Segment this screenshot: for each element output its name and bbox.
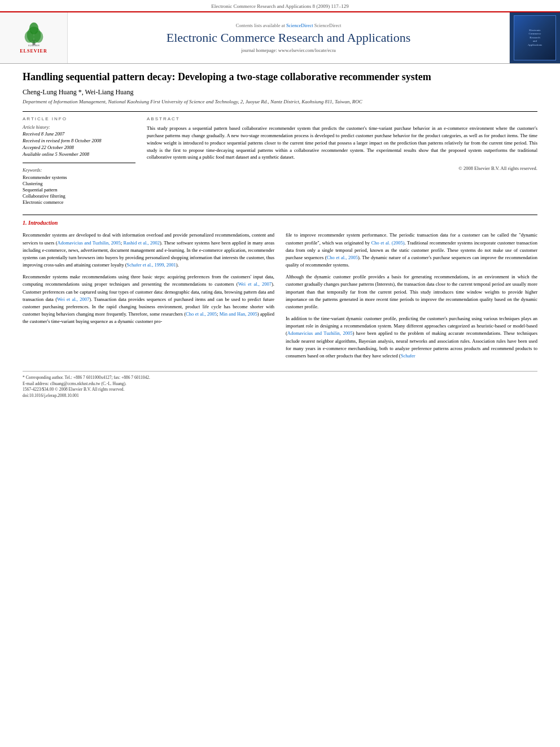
contents-text: Contents lists available at xyxy=(236,23,285,28)
article-info-label: ARTICLE INFO xyxy=(23,116,135,121)
ref-cho-2005a[interactable]: Cho et al., 2005 xyxy=(186,311,217,317)
footnote-section: * Corresponding author. Tel.: +886 7 601… xyxy=(23,371,537,399)
ref-wei-2007b[interactable]: Wei et al., 2007 xyxy=(57,296,89,302)
ref-min-2005[interactable]: Min and Han, 2005 xyxy=(220,311,257,317)
ref-schafer-1999[interactable]: Schafer et al., 1999, 2001 xyxy=(127,262,176,268)
available-date: Available online 5 November 2008 xyxy=(23,151,135,157)
authors: Cheng-Lung Huang *, Wei-Liang Huang xyxy=(23,88,537,97)
journal-title-area: Contents lists available at ScienceDirec… xyxy=(68,12,509,63)
divider-1 xyxy=(23,111,537,112)
journal-header: Electronic Commerce Research and Applica… xyxy=(0,0,560,11)
keywords-label: Keywords: xyxy=(23,168,135,173)
journal-name: Electronic Commerce Research and Applica… xyxy=(167,30,411,45)
body-para-4: Although the dynamic customer profile pr… xyxy=(286,273,537,311)
keyword-3: Sequential pattern xyxy=(23,187,135,193)
history-label: Article history: xyxy=(23,125,135,130)
ref-rashid-2002[interactable]: Rashid et al., 2002 xyxy=(124,240,160,246)
footnote-issn: 1567-4223/$34.00 © 2008 Elsevier B.V. Al… xyxy=(23,387,537,393)
cover-image-area: ElectronicCommerceResearchandApplication… xyxy=(509,12,560,63)
main-content: Handling sequential pattern decay: Devel… xyxy=(0,64,560,410)
body-para-5: In addition to the time-variant dynamic … xyxy=(286,315,537,360)
homepage-text: journal homepage: www.elsevier.com/locat… xyxy=(241,47,336,53)
ref-wei-2007a[interactable]: Wei et al., 2007 xyxy=(238,281,272,287)
body-section: Recommender systems are developed to dea… xyxy=(23,231,537,364)
body-left-col: Recommender systems are developed to dea… xyxy=(23,231,274,364)
ref-adom-2005[interactable]: Adomavicius and Tuzhilin, 2005 xyxy=(58,240,121,246)
keyword-2: Clustering xyxy=(23,181,135,186)
cover-thumbnail: ElectronicCommerceResearchandApplication… xyxy=(514,15,556,60)
ref-adom-2005b[interactable]: Adomavicius and Tuzhilin, 2005 xyxy=(287,330,353,336)
sciencedirect-link[interactable]: ScienceDirect xyxy=(286,23,313,28)
journal-ref: Electronic Commerce Research and Applica… xyxy=(211,3,348,9)
divider-3 xyxy=(23,215,537,215)
keyword-4: Collaborative filtering xyxy=(23,193,135,199)
cover-title-small: ElectronicCommerceResearchandApplication… xyxy=(528,29,542,47)
body-para-3: file to improve recommender system perfo… xyxy=(286,231,537,269)
elsevier-logo-area: ELSEVIER ELSEVIER xyxy=(0,12,68,63)
article-info-col: ARTICLE INFO Article history: Received 8… xyxy=(23,116,135,206)
top-banner: ELSEVIER ELSEVIER Contents lists availab… xyxy=(0,11,560,64)
footnote-doi: doi:10.1016/j.elerap.2008.10.001 xyxy=(23,393,537,399)
article-history: Article history: Received 8 June 2007 Re… xyxy=(23,125,135,157)
svg-text:ELSEVIER: ELSEVIER xyxy=(28,44,40,47)
journal-homepage: journal homepage: www.elsevier.com/locat… xyxy=(241,47,336,53)
elsevier-brand-text: ELSEVIER xyxy=(20,49,47,54)
body-right-col: file to improve recommender system perfo… xyxy=(286,231,537,364)
ref-cho-2005c[interactable]: Cho et al., 2005 xyxy=(327,255,358,260)
svg-point-4 xyxy=(29,23,38,34)
keyword-1: Recommender systems xyxy=(23,174,135,180)
accepted-date: Accepted 22 October 2008 xyxy=(23,145,135,150)
info-abstract-section: ARTICLE INFO Article history: Received 8… xyxy=(23,116,537,206)
body-para-2: Recommender systems make recommendations… xyxy=(23,273,274,325)
section1-heading: 1. Introduction xyxy=(23,220,537,226)
author-names: Cheng-Lung Huang *, Wei-Liang Huang xyxy=(23,88,133,96)
abstract-label: ABSTRACT xyxy=(147,116,537,121)
received-date: Received 8 June 2007 xyxy=(23,131,135,137)
abstract-col: ABSTRACT This study proposes a sequentia… xyxy=(147,116,537,206)
page: Electronic Commerce Research and Applica… xyxy=(0,0,560,747)
affiliation: Department of Information Management, Na… xyxy=(23,99,537,104)
elsevier-tree-icon: ELSEVIER xyxy=(20,22,48,47)
divider-2 xyxy=(23,163,135,163)
body-para-1: Recommender systems are developed to dea… xyxy=(23,231,274,269)
abstract-text: This study proposes a sequential pattern… xyxy=(147,125,537,161)
contents-line: Contents lists available at ScienceDirec… xyxy=(236,23,342,28)
footnote-corresponding: * Corresponding author. Tel.: +886 7 601… xyxy=(23,375,537,381)
revised-date: Received in revised form 8 October 2008 xyxy=(23,138,135,143)
article-title: Handling sequential pattern decay: Devel… xyxy=(23,71,537,84)
ref-schafer-end[interactable]: Schafer xyxy=(401,353,415,359)
footnote-email: E-mail address: clhuang@ccms.nkfust.edu.… xyxy=(23,381,537,387)
keywords-section: Keywords: Recommender systems Clustering… xyxy=(23,168,135,205)
ref-cho-2005b[interactable]: Cho et al. (2005) xyxy=(371,240,405,246)
copyright-line: © 2008 Elsevier B.V. All rights reserved… xyxy=(147,165,537,171)
keyword-5: Electronic commerce xyxy=(23,199,135,205)
